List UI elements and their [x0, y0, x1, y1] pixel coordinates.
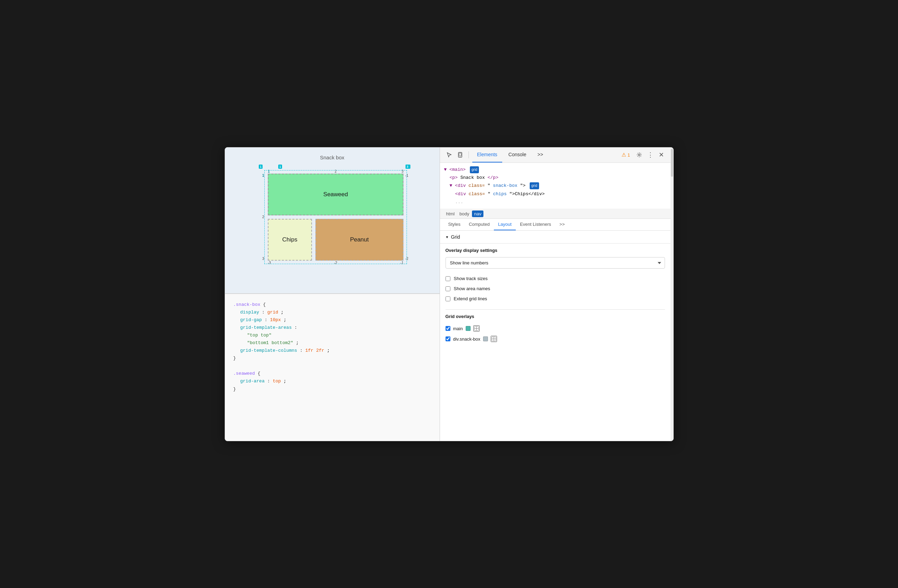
right-num-neg2: -2: [405, 257, 408, 260]
breadcrumb-body[interactable]: body: [457, 211, 471, 217]
grid-section-header[interactable]: ▼ Grid: [440, 231, 670, 243]
css-class-seaweed: .seaweed: [234, 371, 255, 376]
tab-styles[interactable]: Styles: [444, 219, 464, 230]
snack-box-color-swatch[interactable]: [483, 336, 488, 341]
left-num-1: 1: [262, 174, 264, 177]
tab-more[interactable]: >>: [555, 219, 569, 230]
checkbox-extend-lines: Extend grid lines: [446, 294, 665, 304]
snack-box-overlay-icon[interactable]: [491, 336, 497, 342]
bottom-num-neg1: -1: [400, 261, 403, 265]
track-sizes-label[interactable]: Show track sizes: [454, 276, 488, 281]
main-overlay-icon[interactable]: [474, 325, 480, 332]
settings-button[interactable]: [634, 150, 644, 160]
css-val-top: top: [273, 379, 281, 384]
css-string-top: "top top": [247, 332, 272, 338]
main-overlay-label[interactable]: main: [453, 326, 463, 331]
bottom-numbers: -3 -2 -1: [268, 261, 403, 265]
overlay-snack-box-row: div.snack-box: [446, 334, 665, 344]
warning-count: 1: [627, 152, 630, 158]
top-num-1: 1: [268, 169, 270, 173]
svg-rect-1: [459, 153, 461, 156]
css-prop-display: display: [240, 309, 260, 315]
dom-line-chips: <div class= " chips ">Chips</div>: [444, 190, 666, 198]
css-val-gap: 10px: [270, 317, 281, 323]
overlay-main-row: main: [446, 323, 665, 334]
breadcrumb-nav[interactable]: nav: [472, 211, 483, 217]
device-button[interactable]: [455, 150, 465, 160]
css-prop-areas: grid-template-areas: [240, 325, 292, 330]
line-numbers-dropdown[interactable]: Show line numbers Show track sizes Show …: [446, 257, 665, 269]
grid-overlays-section: Grid overlays main div.sn: [440, 309, 670, 350]
svg-point-3: [638, 154, 640, 156]
checkbox-track-sizes: Show track sizes: [446, 274, 665, 283]
code-panel: .snack-box { display : grid ; grid-gap :…: [225, 294, 440, 441]
grid-chevron-icon: ▼: [446, 235, 449, 239]
console-tab[interactable]: Console: [504, 148, 531, 163]
css-prop-columns: grid-template-columns: [240, 348, 297, 353]
dom-line-ellipsis: ...: [444, 198, 666, 206]
extend-lines-checkbox[interactable]: [446, 296, 451, 301]
more-tabs-btn[interactable]: >>: [532, 148, 548, 163]
left-panel: Snack box 1 2 3 1 2 3 -1 -2: [225, 148, 440, 441]
devtools-window: Snack box 1 2 3 1 2 3 -1 -2: [224, 147, 674, 441]
close-button[interactable]: ✕: [657, 150, 666, 160]
more-options-button[interactable]: ⋮: [646, 150, 655, 160]
css-string-bottom: "bottom1 bottom2": [247, 340, 294, 345]
bottom-num-neg3: -3: [268, 261, 271, 265]
overlays-title: Grid overlays: [446, 314, 665, 319]
css-class-snack-box: .snack-box: [234, 302, 260, 307]
main-color-swatch[interactable]: [466, 326, 471, 331]
snack-box-overlay-checkbox[interactable]: [446, 336, 451, 341]
right-numbers: -1 -2: [405, 174, 408, 260]
left-numbers: 1 2 3: [262, 174, 264, 260]
top-num-2: 2: [335, 169, 337, 173]
cell-chips: Chips: [268, 219, 312, 260]
toolbar: Elements Console >> ⚠ 1 ⋮ ✕: [440, 148, 670, 163]
tab-computed[interactable]: Computed: [464, 219, 494, 230]
layout-panel: ▼ Grid Overlay display settings Show lin…: [440, 231, 670, 440]
scrollbar-thumb[interactable]: [671, 149, 673, 177]
css-prop-gap: grid-gap: [240, 317, 262, 323]
snack-box-grid-badge: grid: [530, 182, 539, 189]
extend-lines-label[interactable]: Extend grid lines: [454, 296, 487, 301]
area-names-label[interactable]: Show area names: [454, 286, 491, 291]
breadcrumb-html[interactable]: html: [444, 211, 457, 217]
tab-layout[interactable]: Layout: [494, 219, 516, 230]
inspect-button[interactable]: [444, 150, 454, 160]
elements-tab[interactable]: Elements: [472, 148, 502, 163]
snack-box-label: Snack box: [232, 154, 433, 160]
css-prop-area: grid-area: [240, 379, 264, 384]
left-num-2: 2: [262, 215, 264, 219]
right-panel: Elements Console >> ⚠ 1 ⋮ ✕: [440, 148, 670, 441]
toolbar-divider-1: [469, 151, 469, 158]
snack-box-overlay-label[interactable]: div.snack-box: [453, 336, 481, 342]
left-num-3: 3: [262, 257, 264, 260]
snack-box-grid: Seaweed Chips Peanut: [268, 174, 403, 260]
bottom-num-neg2: -2: [334, 261, 337, 265]
main-grid-badge: grid: [470, 166, 479, 173]
tab-event-listeners[interactable]: Event Listeners: [516, 219, 555, 230]
track-sizes-checkbox[interactable]: [446, 276, 451, 281]
grid-preview: Snack box 1 2 3 1 2 3 -1 -2: [225, 148, 440, 294]
sidebar-tabs: Styles Computed Layout Event Listeners >…: [440, 219, 670, 231]
warning-icon: ⚠: [621, 152, 626, 158]
grid-section-title: Grid: [451, 234, 460, 240]
grid-container: 1 2 3 1 2 3 -1 -2 -3 -2: [257, 163, 407, 271]
warning-badge: ⚠ 1: [619, 151, 633, 159]
css-val-grid: grid: [268, 309, 278, 315]
top-numbers: 1 2 3: [268, 169, 403, 173]
dom-line-p: <p> Snack box </p>: [444, 174, 666, 182]
right-scrollbar: [670, 148, 674, 441]
main-overlay-checkbox[interactable]: [446, 326, 451, 331]
area-names-checkbox[interactable]: [446, 286, 451, 291]
right-num-neg1: -1: [405, 174, 408, 177]
dropdown-row: Show line numbers Show track sizes Show …: [446, 257, 665, 269]
top-num-3: 3: [401, 169, 403, 173]
overlay-settings-section: Overlay display settings Show line numbe…: [440, 243, 670, 309]
dom-line-snack-box: ▼ <div class= " snack-box "> grid: [444, 182, 666, 189]
css-val-columns: 1fr 2fr: [305, 348, 324, 353]
dom-tree: ▼ <main> grid <p> Snack box </p> ▼ <div …: [440, 163, 670, 209]
dom-line-main: ▼ <main> grid: [444, 166, 666, 174]
overlay-settings-title: Overlay display settings: [446, 248, 665, 253]
checkbox-area-names: Show area names: [446, 283, 665, 294]
